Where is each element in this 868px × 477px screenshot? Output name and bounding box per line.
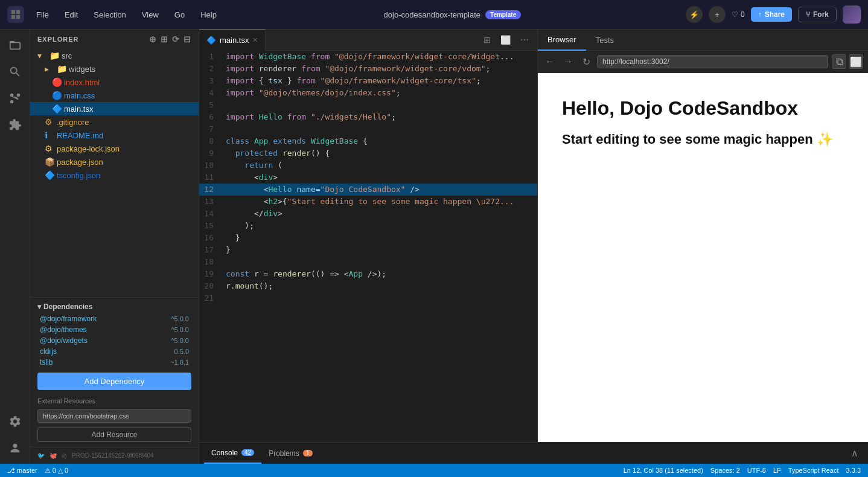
tree-item-package-json[interactable]: 📦 package.json — [30, 155, 199, 168]
folder-expand-icon: ▸ — [45, 64, 54, 74]
share-button[interactable]: ↑ Share — [751, 7, 792, 22]
twitter-icon[interactable]: 🐦 — [37, 452, 45, 459]
more-actions-icon[interactable]: ⋯ — [518, 33, 531, 47]
status-spaces[interactable]: Spaces: 2 — [710, 467, 740, 474]
add-dependency-button[interactable]: Add Dependency — [37, 373, 191, 390]
tab-problems[interactable]: Problems 1 — [261, 443, 320, 464]
tab-close-icon[interactable]: ✕ — [252, 36, 258, 44]
status-position[interactable]: Ln 12, Col 38 (11 selected) — [624, 467, 703, 474]
browser-action-buttons: ⧉ ⬜ — [832, 54, 863, 69]
browser-expand-button[interactable]: ⬜ — [849, 54, 863, 69]
tab-tests[interactable]: Tests — [586, 30, 624, 51]
menu-help[interactable]: Help — [198, 9, 219, 21]
user-avatar[interactable] — [843, 5, 861, 24]
tab-browser[interactable]: Browser — [538, 30, 586, 51]
menu-go[interactable]: Go — [172, 9, 187, 21]
browser-copy-button[interactable]: ⧉ — [832, 54, 846, 69]
tree-item-gitignore[interactable]: ⚙ .gitignore — [30, 115, 199, 129]
menu-view[interactable]: View — [139, 9, 161, 21]
dep-version: ^5.0.0 — [171, 315, 189, 322]
menu-edit[interactable]: Edit — [62, 9, 80, 21]
new-folder-icon[interactable]: ⊞ — [161, 34, 168, 44]
gitignore-label: .gitignore — [57, 118, 89, 127]
code-editor[interactable]: 1 import WidgetBase from "@dojo/framewor… — [199, 51, 537, 442]
tree-item-src[interactable]: ▾ 📁 src — [30, 49, 199, 62]
activity-settings[interactable] — [4, 411, 26, 432]
expand-icon[interactable]: ⬜ — [498, 33, 513, 47]
top-bar: File Edit Selection View Go Help dojo-co… — [0, 0, 868, 30]
code-line-15: 15 ); — [199, 220, 537, 232]
main-content: Explorer ⊕ ⊞ ⟳ ⊟ ▾ 📁 src ▸ 📁 widgets — [0, 30, 868, 464]
status-encoding[interactable]: UTF-8 — [747, 467, 766, 474]
info-icon[interactable]: ◎ — [62, 452, 67, 459]
tree-item-readme[interactable]: ℹ README.md — [30, 129, 199, 142]
github-icon[interactable]: 🐙 — [49, 452, 57, 459]
code-line-12: 12 <Hello name="Dojo CodeSandbox" /> — [199, 184, 537, 196]
add-icon[interactable]: + — [709, 6, 726, 23]
code-line-8: 8 class App extends WidgetBase { — [199, 135, 537, 147]
tree-item-tsconfig[interactable]: 🔷 tsconfig.json — [30, 168, 199, 182]
activity-search[interactable] — [4, 61, 26, 83]
share-icon: ↑ — [758, 10, 762, 19]
split-editor-icon[interactable]: ⊞ — [481, 33, 493, 47]
svg-rect-1 — [16, 10, 20, 14]
collapse-icon[interactable]: ⊟ — [183, 34, 191, 44]
json-icon: ⚙ — [45, 144, 54, 153]
browser-url-input[interactable] — [597, 55, 828, 68]
editor-tab-main-tsx[interactable]: 🔷 main.tsx ✕ — [199, 30, 266, 51]
svg-rect-2 — [11, 15, 15, 19]
dep-collapse-icon: ▾ — [37, 303, 41, 311]
tree-item-index-html[interactable]: 🔴 index.html — [30, 75, 199, 89]
status-git-branch[interactable]: ⎇ master — [7, 467, 37, 475]
tree-item-widgets[interactable]: ▸ 📁 widgets — [30, 62, 199, 75]
new-file-icon[interactable]: ⊕ — [149, 34, 157, 44]
code-line-14: 14 </div> — [199, 208, 537, 220]
dep-tslib[interactable]: tslib ~1.8.1 — [30, 357, 199, 368]
dep-dojo-widgets[interactable]: @dojo/widgets ^5.0.0 — [30, 335, 199, 346]
svg-point-6 — [16, 94, 20, 97]
code-line-19: 19 const r = renderer(() => <App />); — [199, 268, 537, 280]
menu-selection[interactable]: Selection — [91, 9, 128, 21]
activity-files[interactable] — [4, 34, 26, 56]
browser-forward-button[interactable]: → — [561, 54, 575, 69]
sidebar-header-icons: ⊕ ⊞ ⟳ ⊟ — [149, 34, 191, 44]
activity-bar — [0, 30, 30, 464]
tree-item-main-css[interactable]: 🔵 main.css — [30, 89, 199, 102]
bottom-panel-close-button[interactable]: ∧ — [846, 447, 863, 459]
dep-name: @dojo/themes — [40, 325, 87, 334]
code-line-20: 20 r.mount(); — [199, 280, 537, 292]
status-version[interactable]: 3.3.3 — [846, 467, 861, 474]
status-language[interactable]: TypeScript React — [788, 467, 839, 474]
code-line-21: 21 — [199, 292, 537, 304]
package-icon: 📦 — [45, 157, 54, 167]
add-resource-button[interactable]: Add Resource — [37, 427, 191, 442]
editor-browser-area: 🔷 main.tsx ✕ ⊞ ⬜ ⋯ 1 import WidgetBase f… — [199, 30, 868, 464]
tab-filename: main.tsx — [220, 36, 249, 45]
tree-item-package-lock[interactable]: ⚙ package-lock.json — [30, 142, 199, 155]
activity-account[interactable] — [4, 437, 26, 459]
refresh-icon[interactable]: ⟳ — [172, 34, 180, 44]
dep-dojo-framework[interactable]: @dojo/framework ^5.0.0 — [30, 313, 199, 324]
menu-file[interactable]: File — [34, 9, 51, 21]
fork-button[interactable]: ⑂ Fork — [798, 7, 837, 22]
folder-src-icon: 📁 — [49, 51, 59, 60]
browser-back-button[interactable]: ← — [543, 54, 557, 69]
dep-cldrjs[interactable]: cldrjs 0.5.0 — [30, 346, 199, 357]
like-button[interactable]: ♡ 0 — [732, 10, 745, 19]
app-logo[interactable] — [7, 6, 24, 23]
dep-name: tslib — [40, 358, 53, 367]
activity-source-control[interactable] — [4, 88, 26, 109]
status-line-ending[interactable]: LF — [773, 467, 781, 474]
external-resource-input[interactable] — [37, 409, 191, 423]
browser-refresh-button[interactable]: ↻ — [579, 54, 593, 69]
codesandbox-icon[interactable]: ⚡ — [686, 6, 703, 23]
dep-dojo-themes[interactable]: @dojo/themes ^5.0.0 — [30, 324, 199, 335]
status-errors[interactable]: ⚠ 0 △ 0 — [45, 467, 68, 475]
dependencies-header[interactable]: ▾ Dependencies — [30, 300, 199, 313]
main-css-label: main.css — [64, 91, 95, 100]
activity-extensions[interactable] — [4, 114, 26, 136]
tree-item-main-tsx[interactable]: 🔷 main.tsx — [30, 102, 199, 115]
dep-name: @dojo/framework — [40, 315, 97, 323]
tab-console[interactable]: Console 42 — [204, 443, 261, 464]
code-line-16: 16 } — [199, 232, 537, 244]
